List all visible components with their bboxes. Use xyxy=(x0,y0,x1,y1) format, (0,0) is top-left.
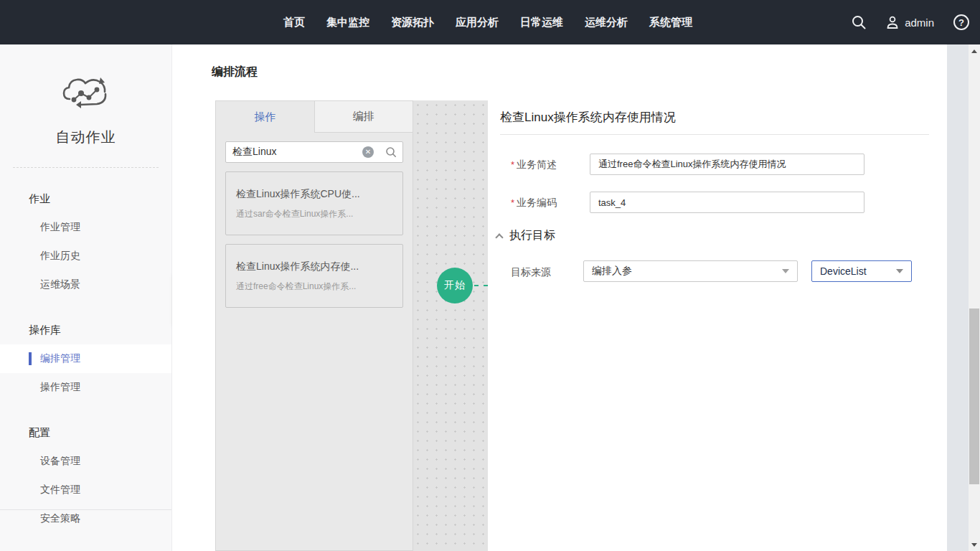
field-label-target-source: 目标来源 xyxy=(511,266,551,279)
sidebar-section-jobs: 作业 作业管理 作业历史 运维场景 xyxy=(0,185,171,299)
sidebar-item-job-history[interactable]: 作业历史 xyxy=(0,242,171,270)
operation-card-memory[interactable]: 检查Linux操作系统内存使... 通过free命令检查Linux操作系... xyxy=(225,244,403,308)
scrollbar-down-arrow[interactable] xyxy=(969,540,980,550)
target-source-value: 编排入参 xyxy=(592,265,632,278)
clear-search-icon[interactable]: ✕ xyxy=(362,146,374,158)
vertical-scrollbar[interactable] xyxy=(969,44,980,551)
auto-job-logo-icon xyxy=(55,70,117,115)
sidebar-item-operation-management[interactable]: 操作管理 xyxy=(0,373,171,402)
right-gutter-strip xyxy=(947,44,969,551)
target-param-value: DeviceList xyxy=(820,265,867,277)
palette-tabs: 操作 编排 xyxy=(216,101,413,133)
user-menu[interactable]: admin xyxy=(885,15,934,29)
help-icon[interactable]: ? xyxy=(953,14,970,31)
business-code-input[interactable] xyxy=(590,192,864,213)
execution-target-section-title: 执行目标 xyxy=(509,228,555,243)
target-param-select[interactable]: DeviceList xyxy=(811,260,912,282)
scrollbar-up-arrow[interactable] xyxy=(969,46,980,56)
operation-palette-panel: 操作 编排 ✕ 检查Linux操作系统CPU使... 通过sar命令检查Linu… xyxy=(215,100,413,551)
nav-item-ops-analysis[interactable]: 运维分析 xyxy=(585,16,628,29)
target-source-select[interactable]: 编排入参 xyxy=(583,260,798,282)
field-label-business-code: *业务编码 xyxy=(511,197,557,209)
tab-orchestration[interactable]: 编排 xyxy=(314,101,413,133)
sidebar-item-job-management[interactable]: 作业管理 xyxy=(0,213,171,242)
section-label-configuration: 配置 xyxy=(0,419,171,447)
operation-card-cpu[interactable]: 检查Linux操作系统CPU使... 通过sar命令检查Linux操作系... xyxy=(225,171,403,235)
sidebar-section-operation-library: 操作库 编排管理 操作管理 xyxy=(0,316,171,402)
nav-item-daily-ops[interactable]: 日常运维 xyxy=(520,16,563,29)
sidebar-item-security-policy[interactable]: 安全策略 xyxy=(0,504,171,533)
sidebar-divider xyxy=(13,167,159,168)
chevron-down-icon xyxy=(896,269,903,273)
node-detail-panel: 检查Linux操作系统内存使用情况 *业务简述 *业务编码 执行目标 目标来源 … xyxy=(488,100,947,551)
search-icon[interactable] xyxy=(851,14,867,30)
sidebar-item-file-management[interactable]: 文件管理 xyxy=(0,476,171,504)
nav-item-app-analysis[interactable]: 应用分析 xyxy=(456,16,499,29)
chevron-up-icon xyxy=(495,233,503,241)
required-asterisk: * xyxy=(511,197,514,208)
sidebar-item-ops-scenario[interactable]: 运维场景 xyxy=(0,270,171,299)
operation-search-box: ✕ xyxy=(225,141,403,163)
app-title: 自动作业 xyxy=(0,128,171,147)
operation-card-desc: 通过free命令检查Linux操作系... xyxy=(236,281,392,293)
start-node[interactable]: 开始 xyxy=(437,268,473,303)
section-label-operation-library: 操作库 xyxy=(0,316,171,344)
app-brand: 自动作业 xyxy=(0,44,171,147)
sidebar: 自动作业 作业 作业管理 作业历史 运维场景 操作库 编排管理 操作管理 配置 … xyxy=(0,44,172,551)
search-submit-icon[interactable] xyxy=(385,146,397,158)
detail-title-underline xyxy=(500,134,929,135)
page-title: 编排流程 xyxy=(212,65,258,80)
sidebar-item-orchestration-management[interactable]: 编排管理 xyxy=(0,344,171,373)
sidebar-item-device-management[interactable]: 设备管理 xyxy=(0,447,171,476)
sidebar-section-configuration: 配置 设备管理 文件管理 安全策略 xyxy=(0,419,171,533)
operation-card-desc: 通过sar命令检查Linux操作系... xyxy=(236,208,392,220)
nav-item-topology[interactable]: 资源拓扑 xyxy=(391,16,434,29)
start-node-connector xyxy=(474,285,488,286)
required-asterisk: * xyxy=(511,159,514,170)
detail-title: 检查Linux操作系统内存使用情况 xyxy=(500,109,676,126)
operation-card-title: 检查Linux操作系统CPU使... xyxy=(236,188,392,201)
section-label-jobs: 作业 xyxy=(0,185,171,213)
field-label-business-summary: *业务简述 xyxy=(511,159,557,171)
nav-item-system-mgmt[interactable]: 系统管理 xyxy=(649,16,692,29)
chevron-down-icon xyxy=(782,269,789,273)
flow-canvas[interactable]: 开始 xyxy=(413,100,488,551)
nav-item-home[interactable]: 首页 xyxy=(283,16,305,29)
main-content: 编排流程 开始 操作 编排 ✕ 检查Linux操作系统CPU使... 通过sar… xyxy=(172,44,947,551)
nav-menu: 首页 集中监控 资源拓扑 应用分析 日常运维 运维分析 系统管理 xyxy=(283,0,692,44)
user-icon xyxy=(885,15,900,29)
operation-search-input[interactable] xyxy=(232,146,362,158)
execution-target-section-toggle[interactable]: 执行目标 xyxy=(496,228,555,243)
nav-item-monitoring[interactable]: 集中监控 xyxy=(326,16,369,29)
svg-text:?: ? xyxy=(958,17,964,28)
business-summary-input[interactable] xyxy=(590,154,864,175)
operation-card-title: 检查Linux操作系统内存使... xyxy=(236,260,392,273)
nav-right-group: admin ? xyxy=(851,0,973,44)
username-label: admin xyxy=(905,17,934,29)
sidebar-bottom-divider xyxy=(0,509,171,510)
scrollbar-thumb[interactable] xyxy=(969,309,979,484)
top-navigation-bar: 首页 集中监控 资源拓扑 应用分析 日常运维 运维分析 系统管理 admin ? xyxy=(0,0,980,44)
tab-operations[interactable]: 操作 xyxy=(216,101,314,133)
